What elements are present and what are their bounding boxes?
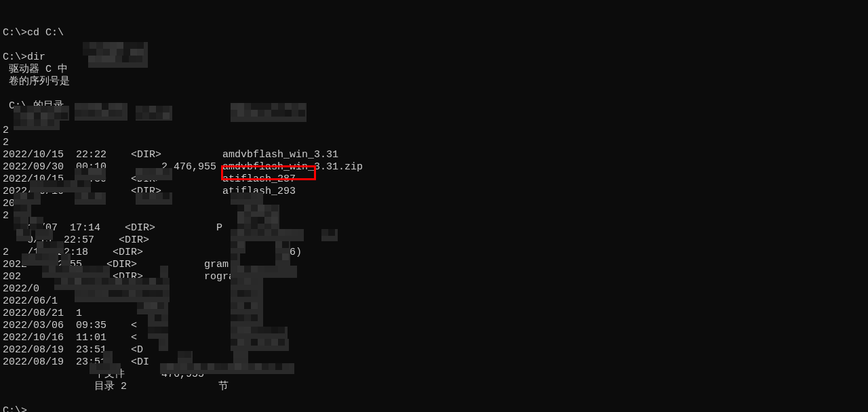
redaction-block bbox=[83, 42, 148, 56]
terminal-line: 2022/09/30 00:10 2,476,955 amdvbflash_wi… bbox=[3, 161, 868, 173]
terminal-line: 2 bbox=[3, 210, 868, 222]
terminal-line bbox=[3, 112, 868, 125]
redaction-block bbox=[103, 351, 113, 363]
redaction-block bbox=[160, 363, 294, 374]
terminal-line: 2021 bbox=[3, 198, 868, 210]
redaction-block bbox=[148, 314, 168, 327]
redaction-block bbox=[137, 302, 168, 314]
redaction-block bbox=[231, 327, 288, 339]
terminal-line: 2022/10/16 1 <DIR> atiflash_293 bbox=[3, 186, 868, 198]
redaction-block bbox=[90, 363, 121, 374]
terminal-line: 2022/10/16 11:01 < bbox=[3, 332, 868, 344]
redaction-block bbox=[160, 266, 168, 278]
redaction-block bbox=[75, 192, 106, 205]
terminal-line: 2022/10/15 22:30 <DIR> atiflash_287 bbox=[3, 173, 868, 186]
redaction-block bbox=[231, 229, 304, 241]
terminal-line: 目录 2 节 bbox=[3, 381, 868, 393]
redaction-block bbox=[136, 168, 172, 180]
redaction-block bbox=[75, 290, 170, 302]
redaction-block bbox=[275, 241, 290, 253]
terminal-line: 12/07 17:14 <DIR> P bbox=[3, 222, 868, 234]
terminal-line: 2022/08/19 23:51 <DI bbox=[3, 356, 868, 369]
terminal-line: 2 bbox=[3, 125, 868, 137]
redaction-block bbox=[231, 302, 263, 314]
redaction-block bbox=[231, 241, 245, 253]
redaction-block bbox=[159, 339, 168, 351]
redaction-block bbox=[37, 241, 64, 253]
terminal-line: 2 bbox=[3, 137, 868, 149]
redaction-block bbox=[231, 192, 263, 205]
terminal-line: 2 /14 22:18 <DIR> 6) bbox=[3, 247, 868, 259]
redaction-block bbox=[22, 253, 58, 266]
redaction-block bbox=[14, 192, 41, 205]
redaction-block bbox=[136, 192, 172, 205]
terminal-output[interactable]: C:\>cd C:\C:\>dir 驱动器 C 中 卷的序列号是 C:\ 的目录… bbox=[3, 3, 868, 412]
redaction-block bbox=[14, 106, 69, 121]
redaction-block bbox=[75, 168, 106, 180]
redaction-block bbox=[231, 278, 263, 290]
terminal-line: C:\>cd C:\ bbox=[3, 27, 868, 39]
redaction-block bbox=[178, 351, 193, 363]
redaction-block bbox=[16, 229, 31, 241]
redaction-block bbox=[54, 278, 170, 290]
redaction-block bbox=[88, 56, 148, 68]
terminal-line: 2022/08/21 1 bbox=[3, 308, 868, 320]
redaction-block bbox=[35, 229, 53, 240]
redaction-block bbox=[321, 229, 338, 241]
redaction-block bbox=[231, 314, 263, 327]
redaction-block bbox=[75, 103, 127, 121]
terminal-line: 个文件 476,955 bbox=[3, 369, 868, 381]
terminal-line: C:\ 的目录 bbox=[3, 100, 868, 112]
redaction-block bbox=[148, 327, 168, 339]
terminal-line: 0/15 22:57 <DIR> bbox=[3, 234, 868, 247]
redaction-block bbox=[14, 217, 28, 230]
redaction-block bbox=[231, 103, 307, 122]
redaction-block bbox=[14, 205, 31, 217]
terminal-line: 2022/03/06 09:35 < bbox=[3, 320, 868, 332]
redaction-block bbox=[231, 339, 289, 351]
redaction-block bbox=[61, 253, 71, 266]
redaction-block bbox=[275, 253, 290, 266]
redaction-block bbox=[42, 266, 110, 278]
terminal-line: 2022 22:55 <DIR> gram bbox=[3, 259, 868, 271]
terminal-line: 卷的序列号是 bbox=[3, 76, 868, 88]
terminal-line: C:\> bbox=[3, 405, 868, 412]
redaction-block bbox=[231, 290, 263, 302]
redaction-block bbox=[231, 253, 240, 266]
terminal-line: 2022/08/19 23:51 <D bbox=[3, 344, 868, 356]
redaction-block bbox=[14, 119, 60, 130]
terminal-line bbox=[3, 393, 868, 405]
redaction-block bbox=[136, 106, 172, 121]
redaction-block bbox=[233, 351, 248, 363]
terminal-line bbox=[3, 88, 868, 100]
redaction-block bbox=[30, 217, 43, 230]
redaction-block bbox=[231, 266, 297, 278]
redaction-block bbox=[30, 180, 91, 192]
terminal-line: 2022/10/15 22:22 <DIR> amdvbflash_win_3.… bbox=[3, 149, 868, 161]
